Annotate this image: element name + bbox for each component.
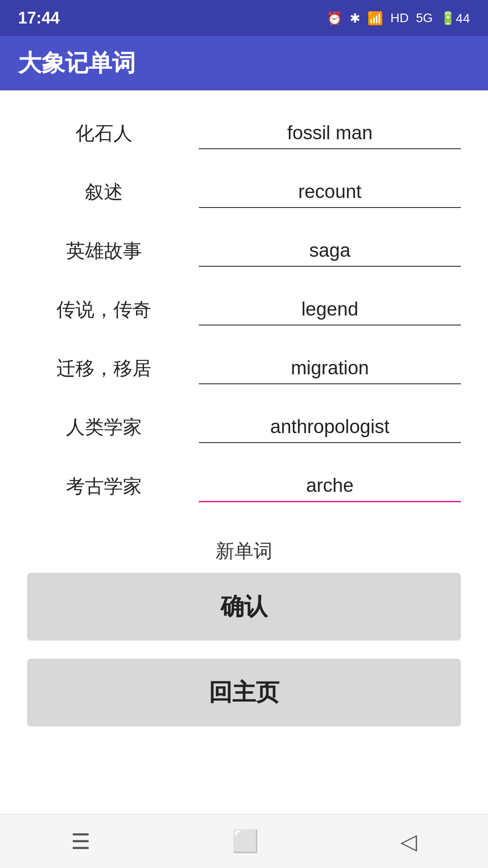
english-input[interactable] [199, 470, 461, 502]
new-word-label: 新单词 [27, 538, 461, 564]
status-icons: ⏰ ✱ 📶 HD 5G 🔋44 [327, 11, 470, 26]
word-list: 化石人叙述英雄故事传说，传奇迁移，移居人类学家考古学家 [27, 108, 461, 511]
english-input[interactable] [199, 411, 461, 443]
word-row: 人类学家 [27, 402, 461, 452]
signal-icon: 5G [416, 11, 432, 25]
app-bar: 大象记单词 [0, 36, 488, 90]
bluetooth-icon: ✱ [350, 11, 360, 26]
word-row: 英雄故事 [27, 226, 461, 276]
home-button[interactable]: 回主页 [27, 659, 461, 726]
word-row: 传说，传奇 [27, 285, 461, 335]
battery-icon: 🔋44 [440, 11, 470, 26]
confirm-button[interactable]: 确认 [27, 573, 461, 641]
english-input[interactable] [199, 118, 461, 149]
new-word-section: 新单词 确认 回主页 [27, 538, 461, 726]
home-nav-icon[interactable]: ⬜ [232, 829, 259, 854]
content: 化石人叙述英雄故事传说，传奇迁移，移居人类学家考古学家 新单词 确认 回主页 [0, 90, 488, 814]
english-input[interactable] [199, 294, 461, 326]
hd-icon: HD [390, 11, 408, 25]
word-row: 迁移，移居 [27, 344, 461, 393]
chinese-label: 传说，传奇 [27, 297, 181, 322]
chinese-label: 考古学家 [27, 474, 181, 499]
menu-icon[interactable]: ☰ [71, 829, 90, 854]
english-input[interactable] [199, 235, 461, 267]
chinese-label: 化石人 [27, 121, 181, 146]
chinese-label: 英雄故事 [27, 238, 181, 264]
english-input[interactable] [199, 176, 461, 208]
english-input[interactable] [199, 353, 461, 384]
status-time: 17:44 [18, 9, 60, 28]
chinese-label: 迁移，移居 [27, 356, 181, 381]
alarm-icon: ⏰ [327, 11, 343, 26]
chinese-label: 人类学家 [27, 415, 181, 440]
app-title: 大象记单词 [18, 47, 136, 79]
back-icon[interactable]: ◁ [400, 829, 417, 854]
wifi-icon: 📶 [367, 11, 383, 26]
word-row: 叙述 [27, 167, 461, 217]
nav-bar: ☰ ⬜ ◁ [0, 814, 488, 868]
word-row: 化石人 [27, 108, 461, 158]
status-bar: 17:44 ⏰ ✱ 📶 HD 5G 🔋44 [0, 0, 488, 36]
word-row: 考古学家 [27, 461, 461, 511]
chinese-label: 叙述 [27, 179, 181, 205]
